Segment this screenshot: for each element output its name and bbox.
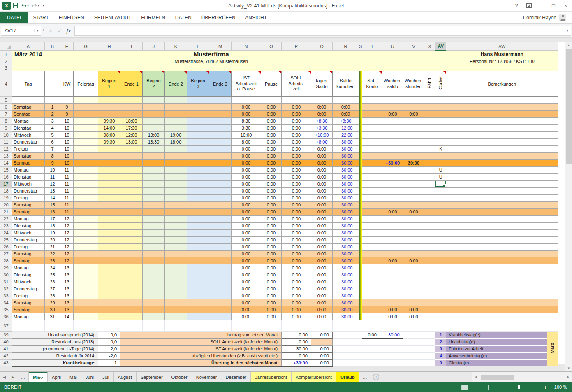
cell-S19[interactable] xyxy=(359,195,362,202)
row-header-28[interactable]: 28 xyxy=(0,257,12,264)
cell-B22[interactable]: 17 xyxy=(45,216,60,223)
cell-X14[interactable] xyxy=(424,160,435,167)
help-button[interactable]: ? xyxy=(510,0,523,11)
cell-K32[interactable] xyxy=(165,285,187,292)
cell-B12[interactable]: 7 xyxy=(45,146,60,153)
cell-AW17[interactable] xyxy=(446,181,558,188)
cell-AW22[interactable] xyxy=(446,216,558,223)
cell-T30[interactable] xyxy=(362,271,382,278)
cell-V34[interactable] xyxy=(403,299,424,306)
cell-X37[interactable] xyxy=(424,320,435,332)
cell-O15[interactable]: 0:00 xyxy=(261,167,282,174)
cell-M5[interactable] xyxy=(209,97,232,104)
cell-O5[interactable] xyxy=(261,97,282,104)
cell-A21[interactable]: Sonntag xyxy=(12,209,45,216)
row-header-30[interactable]: 30 xyxy=(0,271,12,278)
cell-K5[interactable] xyxy=(165,97,187,104)
cell-O35[interactable]: 0:00 xyxy=(261,306,282,313)
cell-I35[interactable] xyxy=(120,306,143,313)
cell-N5[interactable] xyxy=(232,97,261,104)
cell-J18[interactable] xyxy=(143,188,165,195)
cell-P31[interactable]: 0:00 xyxy=(282,278,311,285)
cell-H24[interactable] xyxy=(98,230,120,237)
cell-T34[interactable] xyxy=(362,299,382,306)
cell-P6[interactable]: 0:00 xyxy=(282,104,311,111)
cell-Q8[interactable]: +8:30 xyxy=(311,118,333,125)
cancel-entry-button[interactable]: × xyxy=(46,26,55,36)
cell-I21[interactable] xyxy=(120,209,143,216)
cell-I15[interactable] xyxy=(120,167,143,174)
cell-AV26[interactable] xyxy=(435,244,446,251)
cell-O9[interactable]: 0:00 xyxy=(261,125,282,132)
cell-H21[interactable] xyxy=(98,209,120,216)
cell-O29[interactable]: 0:00 xyxy=(261,264,282,271)
cell-I9[interactable]: 17:30 xyxy=(120,125,143,132)
cell-AV7[interactable] xyxy=(435,111,446,118)
cell-X11[interactable] xyxy=(424,139,435,146)
cell-E13[interactable]: 10 xyxy=(60,153,74,160)
cell-AW20[interactable] xyxy=(446,202,558,209)
cell-T25[interactable] xyxy=(362,237,382,244)
cell-G31[interactable] xyxy=(74,278,98,285)
cell-AW32[interactable] xyxy=(446,285,558,292)
col-O-header[interactable]: Pause xyxy=(261,71,282,97)
cell-O19[interactable]: 0:00 xyxy=(261,195,282,202)
cell-R31[interactable]: +30:00 xyxy=(333,278,359,285)
cell-B29[interactable]: 24 xyxy=(45,264,60,271)
cell-AV15[interactable]: U xyxy=(435,167,446,174)
cell-X2[interactable] xyxy=(424,58,446,65)
cell-O23[interactable]: 0:00 xyxy=(261,223,282,230)
cell-A24[interactable]: Mittwoch xyxy=(12,230,45,237)
cell-K7[interactable] xyxy=(165,111,187,118)
cell-L30[interactable] xyxy=(187,271,209,278)
cell-K31[interactable] xyxy=(165,278,187,285)
cell-H11[interactable]: 09:30 xyxy=(98,139,120,146)
undo-button[interactable]: ▾ xyxy=(20,2,30,10)
select-all-corner[interactable] xyxy=(0,42,12,51)
cell-U19[interactable] xyxy=(382,195,403,202)
cell-Q34[interactable]: 0:00 xyxy=(311,299,333,306)
cell-G15[interactable] xyxy=(74,167,98,174)
cell-S15[interactable] xyxy=(359,167,362,174)
cell-E35[interactable]: 13 xyxy=(60,306,74,313)
cell-V23[interactable] xyxy=(403,223,424,230)
cell-N7[interactable]: 0:00 xyxy=(232,111,261,118)
cell-M33[interactable] xyxy=(209,292,232,299)
cell-V13[interactable] xyxy=(403,153,424,160)
cell-L28[interactable] xyxy=(187,257,209,264)
cell-AV6[interactable] xyxy=(435,104,446,111)
cell-H35[interactable] xyxy=(98,306,120,313)
cell-X8[interactable] xyxy=(424,118,435,125)
cell-U13[interactable] xyxy=(382,153,403,160)
cell-S39[interactable] xyxy=(359,332,362,339)
row-header-14[interactable]: 14 xyxy=(0,160,12,167)
month-calc-label-39[interactable]: Übertrag vom letzten Monat: xyxy=(120,332,282,339)
cell-T35[interactable] xyxy=(362,306,382,313)
cell-I10[interactable]: 12:00 xyxy=(120,132,143,139)
cell-P37[interactable] xyxy=(282,320,311,332)
cell-M19[interactable] xyxy=(209,195,232,202)
cell-I36[interactable] xyxy=(120,313,143,320)
cell-G11[interactable] xyxy=(74,139,98,146)
cell-Q16[interactable]: 0:00 xyxy=(311,174,333,181)
ribbon-tab-datei[interactable]: DATEI xyxy=(0,12,28,23)
cell-U26[interactable] xyxy=(382,244,403,251)
cell-N31[interactable]: 0:00 xyxy=(232,278,261,285)
cell-U14[interactable]: +30:00 xyxy=(382,160,403,167)
horizontal-scrollbar[interactable]: ◄ ► xyxy=(472,372,572,382)
cell-U17[interactable] xyxy=(382,181,403,188)
cell-L16[interactable] xyxy=(187,174,209,181)
row-header-40[interactable]: 40 xyxy=(0,339,12,346)
cell-AV19[interactable] xyxy=(435,195,446,202)
cell-V5[interactable] xyxy=(403,97,424,104)
cell-Q17[interactable]: 0:00 xyxy=(311,181,333,188)
cell-T14[interactable] xyxy=(362,160,382,167)
row-header-5[interactable]: 5 xyxy=(0,97,12,104)
row-header-29[interactable]: 29 xyxy=(0,264,12,271)
cell-E30[interactable]: 13 xyxy=(60,271,74,278)
cell-A28[interactable]: Sonntag xyxy=(12,257,45,264)
cell-S31[interactable] xyxy=(359,278,362,285)
cell-S7[interactable] xyxy=(359,111,362,118)
cell-Q32[interactable]: 0:00 xyxy=(311,285,333,292)
cell-A26[interactable]: Freitag xyxy=(12,244,45,251)
